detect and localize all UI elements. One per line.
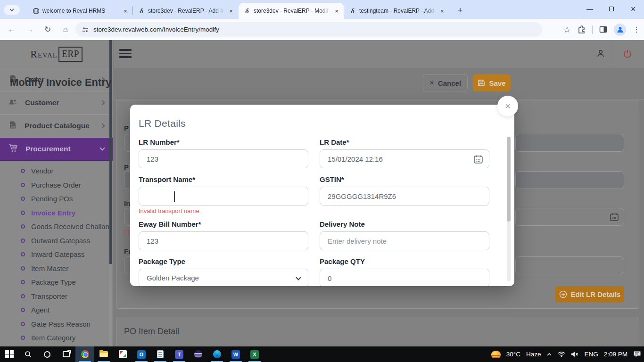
task-view-icon[interactable] xyxy=(57,346,75,362)
browser-tab-1[interactable]: welcome to Reval HRMS× xyxy=(27,3,133,19)
chrome-icon[interactable] xyxy=(75,346,94,362)
chevron-down-icon xyxy=(99,145,105,150)
modal-scrollbar[interactable] xyxy=(507,137,511,281)
hamburger-menu-icon[interactable] xyxy=(119,49,132,60)
edge-icon[interactable] xyxy=(207,346,226,362)
search-icon[interactable] xyxy=(19,346,38,362)
volume-muted-icon[interactable] xyxy=(571,351,578,357)
save-button[interactable]: Save xyxy=(473,74,511,91)
globe-favicon xyxy=(32,7,40,15)
modal-close-button[interactable]: × xyxy=(497,96,518,116)
sidebar-item-procurement[interactable]: Procurement xyxy=(0,138,113,161)
sidebar-subitem-item-category[interactable]: Item Category xyxy=(0,331,113,345)
bookmark-star-icon[interactable]: ☆ xyxy=(563,25,571,35)
sidebar-subitem-transporter[interactable]: Transporter xyxy=(0,289,113,304)
back-icon[interactable]: ← xyxy=(6,24,18,36)
tab-close-icon[interactable]: × xyxy=(438,7,446,15)
reload-icon[interactable]: ↻ xyxy=(41,24,54,36)
browser-tab-2[interactable]: δstore3dev - RevalERP - Add Inv× xyxy=(133,3,239,19)
sidebar-subitem-goods-received-challan[interactable]: Goods Received Challan xyxy=(0,220,113,234)
bullet-icon xyxy=(21,224,25,229)
tab-search-chevron-icon[interactable] xyxy=(4,5,20,15)
notification-center-icon[interactable] xyxy=(633,351,641,358)
gstin-input[interactable] xyxy=(320,187,489,205)
user-account-icon[interactable] xyxy=(587,40,614,67)
start-icon[interactable] xyxy=(0,346,19,362)
sidebar-subitem-package-type[interactable]: Package Type xyxy=(0,275,113,289)
file-explorer-icon[interactable] xyxy=(94,346,113,362)
tab-close-icon[interactable]: × xyxy=(122,7,129,15)
weather-icon[interactable] xyxy=(491,351,501,358)
bullet-icon xyxy=(21,169,25,173)
cortana-icon[interactable] xyxy=(38,346,57,362)
sidebar-item-customer[interactable]: Customer xyxy=(0,91,113,115)
menu-kebab-icon[interactable]: ⋮ xyxy=(633,25,640,34)
sidebar-item-product-catalogue[interactable]: Product Catalogue xyxy=(0,115,113,138)
profile-avatar[interactable] xyxy=(614,24,626,36)
window-minimize-button[interactable]: — xyxy=(579,0,601,18)
bg-input-right-2 xyxy=(515,171,624,189)
eway-bill-input[interactable] xyxy=(139,232,308,250)
url-text: store3dev.revalweb.com/InvoiceEntry/modi… xyxy=(93,26,219,33)
sidebar-subitem-inward-gatepass[interactable]: Inward Gatepass xyxy=(0,247,113,262)
triangle-app-icon[interactable] xyxy=(113,346,132,362)
browser-toolbar: ← → ↻ ⌂ store3dev.revalweb.com/InvoiceEn… xyxy=(0,19,644,40)
extensions-icon[interactable] xyxy=(578,25,586,33)
package-qty-label: Package QTY xyxy=(320,257,489,265)
side-panel-icon[interactable] xyxy=(599,25,607,33)
lr-date-label: LR Date* xyxy=(320,138,489,146)
outlook-icon[interactable]: O xyxy=(132,346,151,362)
calendar-icon[interactable] xyxy=(610,212,619,222)
logout-power-icon[interactable] xyxy=(614,40,640,67)
package-qty-input[interactable] xyxy=(320,269,489,286)
site-settings-icon[interactable] xyxy=(82,26,89,33)
excel-icon[interactable]: X xyxy=(245,346,264,362)
bg-input-right-4 xyxy=(515,256,624,274)
sidebar-subitem-purchase-order[interactable]: Purchase Order xyxy=(0,178,113,192)
wifi-icon[interactable] xyxy=(558,351,565,357)
address-bar[interactable]: store3dev.revalweb.com/InvoiceEntry/modi… xyxy=(75,22,542,37)
new-tab-button[interactable]: + xyxy=(454,5,466,16)
home-icon[interactable]: ⌂ xyxy=(59,24,72,36)
sidebar-subitem-vendor[interactable]: Vendor xyxy=(0,164,113,178)
language-indicator[interactable]: ENG xyxy=(584,351,598,358)
sidebar-subitem-agent[interactable]: Agent xyxy=(0,303,113,317)
taskbar-temperature[interactable]: 30°C xyxy=(506,351,520,358)
eclipse-icon[interactable] xyxy=(189,346,207,362)
delivery-note-input[interactable] xyxy=(320,232,489,250)
lr-details-modal: LR Details LR Number* LR Date* Transport… xyxy=(130,105,514,286)
taskbar: OTWX 30°C Haze ENG 2:09 PM xyxy=(0,346,644,362)
tab-close-icon[interactable]: × xyxy=(333,7,340,15)
notepad-icon[interactable] xyxy=(151,346,170,362)
window-maximize-button[interactable] xyxy=(601,0,622,18)
window-close-button[interactable]: × xyxy=(622,0,644,18)
cancel-button[interactable]: × Cancel xyxy=(423,74,468,91)
sidebar-subitem-outward-gatepass[interactable]: Outward Gatepass xyxy=(0,234,113,248)
modal-title: LR Details xyxy=(139,118,186,129)
calendar-icon[interactable] xyxy=(473,154,483,164)
forward-icon[interactable]: → xyxy=(24,24,36,36)
tab-close-icon[interactable]: × xyxy=(227,7,235,15)
browser-tab-4[interactable]: δtestingteam - RevalERP - Add Ve× xyxy=(344,3,450,19)
bullet-icon xyxy=(21,322,25,326)
transport-name-error: Invalid transport name. xyxy=(139,207,201,214)
edit-lr-details-button[interactable]: Edit LR Details xyxy=(555,286,624,303)
browser-tabstrip: welcome to Reval HRMS×δstore3dev - Reval… xyxy=(0,0,644,19)
sidebar-subitem-item-master[interactable]: Item Master xyxy=(0,262,113,276)
browser-tab-3[interactable]: δstore3dev - RevalERP - Modif× xyxy=(239,3,344,19)
lr-number-input[interactable] xyxy=(139,150,308,168)
teams-icon[interactable]: T xyxy=(170,346,189,362)
bullet-icon xyxy=(21,183,25,187)
word-icon[interactable]: W xyxy=(226,346,245,362)
sidebar-subitem-invoice-entry[interactable]: Invoice Entry xyxy=(0,206,113,220)
sidebar-subitem-gate-pass-reason[interactable]: Gate Pass Reason xyxy=(0,317,113,331)
transport-name-input[interactable] xyxy=(139,187,308,205)
lr-date-input[interactable] xyxy=(320,150,489,168)
tray-chevron-up-icon[interactable] xyxy=(546,352,552,357)
sidebar-subitem-pending-pos[interactable]: Pending POs xyxy=(0,192,113,206)
taskbar-condition[interactable]: Haze xyxy=(526,351,541,358)
clock[interactable]: 2:09 PM xyxy=(604,351,627,358)
screen: welcome to Reval HRMS×δstore3dev - Reval… xyxy=(0,0,644,362)
bullet-icon xyxy=(21,280,25,284)
package-type-select[interactable]: Golden Package xyxy=(139,269,308,286)
